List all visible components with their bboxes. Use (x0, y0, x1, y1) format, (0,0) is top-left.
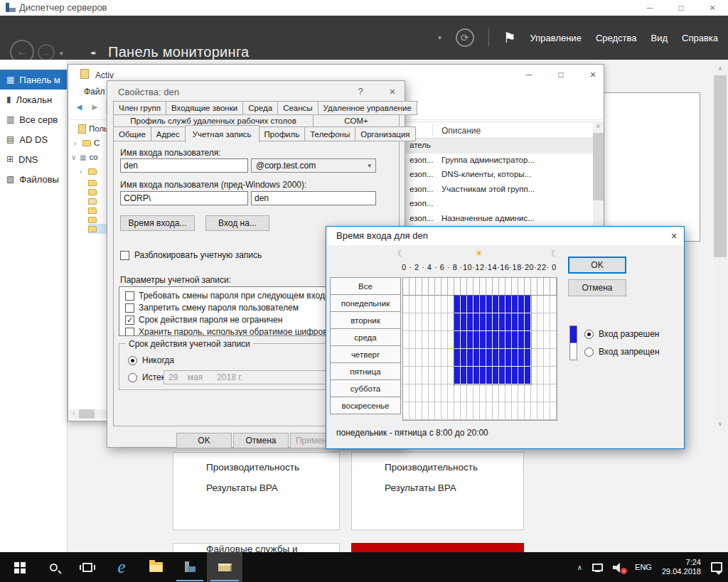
checkbox-icon[interactable] (125, 328, 134, 337)
tab-dial-in[interactable]: Входящие звонки (166, 101, 243, 115)
hour-cell-r0c10[interactable] (467, 278, 473, 296)
action-center-icon[interactable] (711, 562, 722, 572)
hour-cell-r4c4[interactable] (429, 349, 435, 367)
tree-domain[interactable]: ∨▦со (71, 152, 109, 162)
hour-cell-r3c23[interactable] (550, 331, 557, 349)
menu-help[interactable]: Справка (682, 33, 718, 43)
hour-cell-r1c21[interactable] (537, 296, 544, 313)
option-must-change-password[interactable]: Требовать смены пароля при следующем вхо… (125, 291, 336, 301)
hour-cell-r6c8[interactable] (454, 384, 461, 402)
internet-explorer-button[interactable]: e (105, 552, 139, 582)
day-button-5[interactable]: пятница (330, 362, 401, 380)
scroll-up-icon[interactable]: ∧ (593, 122, 604, 131)
menu-tools[interactable]: Средства (596, 33, 637, 43)
list-row[interactable]: атель (406, 139, 593, 153)
close-icon[interactable]: × (385, 85, 400, 98)
performance-link[interactable]: Производительность (173, 457, 339, 478)
forward-button[interactable]: → (38, 44, 55, 61)
hour-cell-r0c20[interactable] (531, 278, 537, 296)
hour-cell-r3c4[interactable] (429, 331, 435, 349)
hour-cell-r5c3[interactable] (422, 367, 429, 384)
aduc-task-button[interactable] (207, 552, 242, 582)
hour-cell-r3c1[interactable] (410, 331, 416, 349)
checkbox-icon[interactable]: ✓ (125, 316, 134, 325)
hour-cell-r6c2[interactable] (416, 384, 422, 402)
volume-muted-icon[interactable]: x (613, 563, 625, 572)
main-scrollbar[interactable]: ∧ ∨ (714, 64, 727, 429)
file-services-tile-title[interactable]: Файловые службы и (173, 544, 339, 552)
hour-cell-r0c1[interactable] (410, 278, 416, 296)
refresh-button[interactable]: ⟳ (456, 28, 474, 47)
clock[interactable]: 7:24 29.04.2018 (662, 558, 701, 576)
hour-cell-r7c2[interactable] (416, 402, 422, 420)
hour-cell-r6c3[interactable] (422, 384, 429, 402)
bpa-results-link[interactable]: Результаты BPA (352, 478, 523, 498)
logon-hours-button[interactable]: Время входа... (120, 215, 195, 231)
hour-cell-r6c12[interactable] (480, 384, 486, 402)
hour-cell-r3c6[interactable] (441, 331, 448, 349)
scrollbar-thumb[interactable] (79, 409, 95, 419)
scrollbar-thumb[interactable] (714, 75, 727, 257)
list-row[interactable]: езоп...DNS-клиенты, которы... (406, 168, 593, 183)
close-icon[interactable]: × (666, 229, 682, 243)
hour-cell-r3c5[interactable] (435, 331, 441, 349)
search-button[interactable] (36, 552, 70, 582)
hour-cell-r0c19[interactable] (525, 278, 531, 296)
hour-cell-r1c1[interactable] (410, 296, 416, 313)
server-manager-task-button[interactable] (173, 552, 207, 582)
tree-expand-icon[interactable]: › (74, 139, 80, 147)
option-cannot-change-password[interactable]: Запретить смену пароля пользователем (125, 303, 299, 313)
sidebar-item-local-server[interactable]: ▮Локальн (0, 90, 67, 109)
radio-icon[interactable] (128, 356, 137, 365)
login-name-input[interactable]: den (120, 158, 248, 173)
logon-to-button[interactable]: Вход на... (205, 215, 269, 231)
hour-cell-r7c19[interactable] (525, 402, 531, 420)
tree-ou-selected[interactable] (88, 224, 107, 234)
hour-cell-r5c21[interactable] (537, 367, 544, 384)
tab-environment[interactable]: Среда (242, 101, 278, 115)
hour-cell-r0c18[interactable] (518, 278, 525, 296)
tab-account[interactable]: Учетная запись (185, 125, 259, 143)
hour-cell-r0c11[interactable] (473, 278, 480, 296)
list-row[interactable]: езоп...Группа администратор... (406, 153, 593, 168)
scroll-up-icon[interactable]: ∧ (714, 64, 727, 74)
tree-horizontal-scrollbar[interactable]: ‹ (69, 409, 108, 419)
legacy-domain-input[interactable]: CORP\ (120, 191, 248, 205)
bpa-results-link[interactable]: Результаты BPA (173, 478, 339, 498)
tab-address[interactable]: Адрес (151, 126, 186, 141)
hour-cell-r3c3[interactable] (422, 331, 429, 349)
scroll-left-icon[interactable]: ‹ (69, 409, 79, 419)
forward-caret-icon[interactable]: ▾ (60, 50, 63, 57)
hour-cell-r7c0[interactable] (403, 402, 410, 420)
ok-button[interactable]: OK (568, 257, 626, 274)
tab-com-plus[interactable]: COM+ (313, 114, 400, 127)
show-hidden-icons-chevron[interactable]: ∧ (577, 564, 582, 571)
scope-caret-icon[interactable]: ▾ (438, 34, 441, 41)
day-button-3[interactable]: среда (330, 328, 401, 346)
day-button-1[interactable]: понедельник (330, 294, 401, 312)
task-view-button[interactable] (70, 552, 105, 582)
hour-cell-r4c0[interactable] (403, 349, 410, 367)
hour-cell-r3c2[interactable] (416, 331, 422, 349)
hour-cell-r4c5[interactable] (435, 349, 441, 367)
hour-cell-r0c5[interactable] (435, 278, 441, 296)
sidebar-item-dashboard[interactable]: ▦Панель м (0, 70, 67, 90)
hour-cell-r0c23[interactable] (550, 278, 557, 296)
ok-button[interactable]: OK (176, 433, 232, 448)
hour-cell-r1c22[interactable] (544, 296, 550, 313)
minimize-icon[interactable]: ─ (522, 68, 536, 81)
hour-cell-r0c15[interactable] (499, 278, 505, 296)
hour-cell-r5c2[interactable] (416, 367, 422, 384)
hour-cell-r6c0[interactable] (403, 384, 410, 402)
day-button-6[interactable]: суббота (330, 379, 401, 397)
hour-cell-r7c20[interactable] (531, 402, 537, 420)
network-icon[interactable] (592, 564, 603, 571)
hour-cell-r2c23[interactable] (550, 313, 557, 331)
hour-cell-r6c11[interactable] (473, 384, 480, 402)
sidebar-item-ad-ds[interactable]: ▤AD DS (0, 129, 67, 149)
hour-cell-r0c17[interactable] (512, 278, 518, 296)
hour-cell-r7c7[interactable] (448, 402, 454, 420)
option-password-never-expires[interactable]: ✓Срок действия пароля не ограничен (125, 315, 282, 325)
performance-link[interactable]: Производительность (352, 457, 523, 478)
tab-telephones[interactable]: Телефоны (304, 126, 355, 141)
